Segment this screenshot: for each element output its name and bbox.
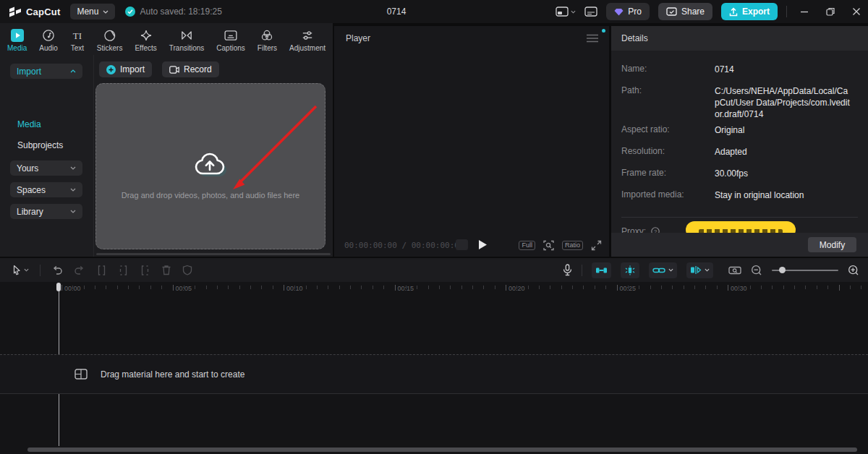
sidebar-item-yours[interactable]: Yours — [10, 160, 82, 176]
playhead-handle[interactable] — [56, 283, 61, 291]
tab-stickers[interactable]: Stickers — [97, 25, 123, 52]
capcut-logo: CapCut — [9, 6, 60, 17]
tab-adjustment[interactable]: Adjustment — [289, 25, 326, 52]
ratio-badge[interactable]: Ratio — [562, 241, 583, 251]
ruler-minor-tick — [328, 286, 328, 289]
ruler-minor-tick — [672, 286, 673, 289]
chevron-down-icon — [103, 10, 109, 14]
magnet-icon — [595, 266, 608, 275]
quality-badge[interactable]: Full — [519, 241, 535, 251]
delete-right-button[interactable] — [140, 265, 150, 275]
zoom-fit-icon[interactable] — [543, 240, 554, 251]
tab-captions[interactable]: Captions — [216, 25, 244, 52]
select-tool-button[interactable] — [12, 265, 29, 275]
modify-button[interactable]: Modify — [808, 237, 856, 252]
sidebar-item-media[interactable]: Media — [17, 119, 41, 129]
player-controls: 00:00:00:00 / 00:00:00:00 Full Ratio — [334, 235, 609, 257]
delete-button[interactable] — [161, 265, 171, 275]
ruler-minor-tick — [195, 286, 195, 289]
tab-audio[interactable]: Audio — [39, 25, 58, 52]
detail-label: Frame rate: — [621, 168, 715, 189]
zoom-in-button[interactable] — [848, 265, 859, 276]
export-button[interactable]: Export — [721, 3, 778, 20]
detail-row-frame-rate: Frame rate: 30.00fps — [621, 168, 858, 189]
ruler-minor-tick — [827, 286, 828, 289]
ruler-major-tick — [395, 285, 396, 291]
ruler-minor-tick — [106, 286, 106, 289]
share-label: Share — [681, 7, 705, 17]
play-button[interactable] — [478, 239, 488, 250]
pro-button[interactable]: Pro — [606, 3, 650, 20]
microphone-button[interactable] — [563, 264, 572, 276]
player-menu-icon[interactable] — [586, 34, 599, 43]
tab-label: Filters — [258, 44, 277, 52]
tab-label: Transitions — [169, 44, 205, 52]
zoom-slider-thumb[interactable] — [779, 267, 786, 273]
timeline-ruler[interactable]: 00:0000:0500:1000:1500:2000:2500:30 — [0, 283, 868, 295]
adapt-timeline-button[interactable] — [728, 265, 741, 275]
sidebar-item-library[interactable]: Library — [10, 204, 82, 219]
delete-left-button[interactable] — [118, 265, 129, 275]
detail-label: Path: — [621, 85, 715, 124]
sidebar-item-spaces[interactable]: Spaces — [10, 182, 82, 197]
media-track-icon — [75, 369, 88, 380]
tab-effects[interactable]: Effects — [135, 25, 156, 52]
pro-label: Pro — [628, 7, 642, 17]
record-button[interactable]: Record — [162, 61, 219, 77]
ruler-minor-tick — [684, 286, 684, 289]
ruler-minor-tick — [550, 286, 550, 289]
panel-notes-button[interactable] — [584, 7, 597, 17]
media-panel-scrollbar[interactable] — [96, 253, 331, 255]
close-button[interactable] — [852, 7, 861, 16]
undo-button[interactable] — [51, 265, 63, 275]
layout-icon — [556, 7, 569, 17]
split-button[interactable] — [96, 265, 107, 275]
gem-icon — [614, 8, 624, 16]
timeline-toolbar — [0, 258, 868, 282]
tab-text[interactable]: TI Text — [70, 25, 85, 52]
sidebar-item-subprojects[interactable]: Subprojects — [17, 140, 63, 150]
tab-filters[interactable]: Filters — [258, 25, 277, 52]
ruler-minor-tick — [628, 286, 629, 289]
ruler-minor-tick — [217, 286, 218, 289]
restore-button[interactable] — [826, 7, 835, 16]
ruler-minor-tick — [228, 286, 229, 289]
sidebar-item-import[interactable]: Import — [10, 64, 82, 79]
auto-ripple-toggle[interactable] — [621, 262, 639, 278]
ruler-minor-tick — [84, 286, 85, 289]
ruler-minor-tick — [406, 286, 407, 289]
ruler-minor-tick — [117, 286, 118, 289]
import-button[interactable]: Import — [99, 61, 152, 77]
sidebar-item-label: Import — [17, 67, 41, 77]
timeline-zoom-slider[interactable] — [772, 266, 838, 275]
ruler-minor-tick — [450, 286, 451, 289]
ruler-minor-tick — [605, 286, 606, 289]
redo-button[interactable] — [74, 265, 85, 275]
linkage-toggle[interactable] — [649, 262, 677, 278]
layout-toggle-button[interactable] — [556, 7, 576, 17]
ruler-minor-tick — [428, 286, 429, 289]
main-track-drop-area[interactable]: Drag material here and start to create — [0, 354, 868, 394]
share-button[interactable]: Share — [658, 3, 712, 20]
minimize-button[interactable] — [800, 7, 809, 16]
tab-transitions[interactable]: Transitions — [169, 25, 205, 52]
ruler-minor-tick — [817, 286, 817, 289]
text-icon: TI — [70, 28, 85, 43]
zoom-out-button[interactable] — [751, 265, 762, 276]
player-panel: Player 00:00:00:00 / 00:00:00:00 Full Ra… — [334, 26, 609, 257]
ruler-minor-tick — [639, 286, 639, 289]
detail-row-resolution: Resolution: Adapted — [621, 146, 858, 168]
details-header: Details — [611, 26, 868, 51]
media-sidebar: Import Media Subprojects Yours Spaces Li… — [0, 55, 94, 257]
main-track-magnet-toggle[interactable] — [592, 262, 611, 278]
ruler-minor-tick — [350, 286, 351, 289]
menu-button[interactable]: Menu — [70, 4, 115, 20]
fullscreen-icon[interactable] — [591, 240, 602, 251]
shield-icon[interactable] — [182, 265, 192, 275]
sidebar-item-label: Library — [17, 207, 43, 217]
media-dropzone[interactable]: Drag and drop videos, photos, and audio … — [95, 83, 326, 249]
share-icon — [666, 7, 677, 16]
preview-axis-toggle[interactable] — [686, 262, 713, 278]
tab-media[interactable]: Media — [7, 25, 27, 52]
timeline-horizontal-scrollbar[interactable] — [27, 447, 857, 452]
